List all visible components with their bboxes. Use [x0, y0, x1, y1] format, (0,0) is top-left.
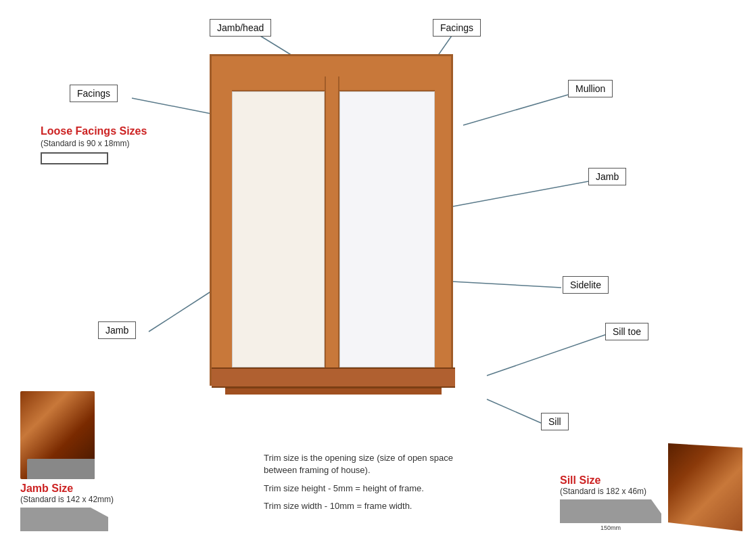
label-facings-left: Facings [70, 85, 118, 102]
label-sill: Sill [541, 413, 569, 430]
loose-facings-section: Loose Facings Sizes (Standard is 90 x 18… [41, 125, 147, 164]
sill-standard: (Standard is 182 x 46m) [560, 487, 661, 496]
trim-line2: Trim size height - 5mm = height of frame… [264, 483, 467, 495]
right-panel [339, 91, 435, 367]
label-jamb-right: Jamb [588, 168, 626, 185]
diagram-container: Jamb/head Facings Facings Mullion Jamb S… [0, 0, 756, 538]
label-sill-toe: Sill toe [605, 323, 648, 340]
loose-facings-title: Loose Facings Sizes [41, 125, 147, 137]
facings-sample-box [41, 152, 108, 164]
sill-toe-element [225, 388, 442, 395]
jamb-cross-section [20, 508, 108, 531]
jamb-size-title: Jamb Size [20, 483, 73, 495]
jamb-section: Jamb Size (Standard is 142 x 42mm) [20, 391, 114, 531]
sill-measurement: 150mm [560, 524, 661, 531]
svg-line-4 [453, 181, 588, 206]
label-mullion: Mullion [568, 80, 613, 97]
trim-line1: Trim size is the opening size (size of o… [264, 452, 467, 476]
label-sidelite: Sidelite [563, 276, 609, 294]
svg-line-8 [487, 399, 541, 423]
svg-line-6 [149, 291, 212, 332]
svg-line-3 [463, 95, 568, 125]
jamb-image [20, 391, 95, 479]
svg-line-7 [487, 334, 609, 376]
label-jamb-left: Jamb [98, 321, 136, 339]
svg-line-2 [132, 98, 211, 114]
trim-info-section: Trim size is the opening size (size of o… [264, 452, 467, 518]
left-panel [232, 91, 325, 367]
sill-section: Sill Size (Standard is 182 x 46m) 150mm [560, 443, 742, 531]
sill-size-title: Sill Size [560, 474, 661, 487]
sill-cross-section [560, 499, 661, 523]
jamb-standard: (Standard is 142 x 42mm) [20, 495, 114, 504]
sill-bar [212, 367, 455, 388]
window-frame [210, 54, 453, 386]
label-facings-top: Facings [433, 19, 481, 37]
trim-line3: Trim size width - 10mm = frame width. [264, 500, 467, 512]
loose-facings-subtitle: (Standard is 90 x 18mm) [41, 139, 147, 148]
outer-frame [210, 54, 453, 386]
sill-image [668, 443, 742, 531]
mullion-bar [325, 76, 339, 367]
label-jamb-head: Jamb/head [210, 19, 271, 37]
svg-line-5 [440, 281, 561, 288]
